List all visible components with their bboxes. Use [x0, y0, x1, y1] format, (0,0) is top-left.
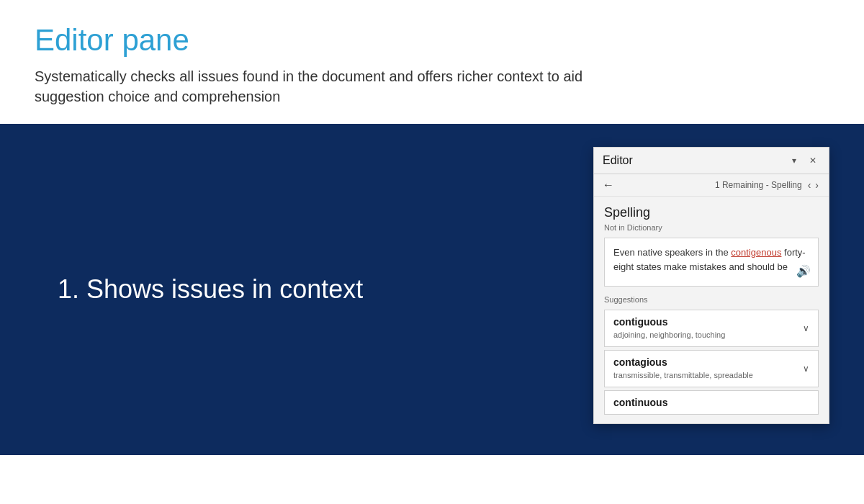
editor-panel: Editor ▾ ✕ ← 1 Remaining - Spelling ‹ › … [593, 147, 829, 424]
back-arrow-icon[interactable]: ← [603, 179, 614, 192]
audio-icon[interactable]: 🔊 [796, 263, 811, 280]
suggestion-synonyms-0: adjoining, neighboring, touching [613, 330, 725, 339]
context-box: Even native speakers in the contigenous … [604, 238, 819, 287]
nav-chevrons: ‹ › [806, 179, 820, 191]
not-in-dictionary-label: Not in Dictionary [604, 223, 819, 232]
top-section: Editor pane Systematically checks all is… [0, 0, 864, 124]
page-subtitle: Systematically checks all issues found i… [35, 66, 596, 107]
editor-header: Editor ▾ ✕ [594, 148, 829, 174]
suggestion-content-2: continuous [613, 397, 667, 408]
editor-nav: ← 1 Remaining - Spelling ‹ › [594, 174, 829, 197]
suggestion-word-2: continuous [613, 397, 667, 408]
page-title: Editor pane [35, 23, 829, 58]
nav-remaining-text: 1 Remaining - Spelling [715, 180, 802, 190]
editor-panel-title: Editor [603, 154, 633, 167]
suggestion-item-1[interactable]: contagious transmissible, transmittable,… [604, 350, 819, 387]
suggestion-item-0[interactable]: contiguous adjoining, neighboring, touch… [604, 310, 819, 347]
misspelled-word: contigenous [731, 247, 781, 258]
demo-label: 1. Shows issues in context [58, 274, 363, 305]
suggestion-content-0: contiguous adjoining, neighboring, touch… [613, 316, 725, 341]
next-chevron[interactable]: › [814, 179, 820, 191]
close-button[interactable]: ✕ [806, 153, 820, 168]
demo-section: 1. Shows issues in context Editor ▾ ✕ ← … [0, 124, 864, 455]
context-text-before: Even native speakers in the [613, 247, 731, 258]
nav-info: 1 Remaining - Spelling ‹ › [715, 179, 820, 191]
suggestion-expand-icon-0[interactable]: ∨ [803, 323, 809, 333]
editor-header-controls: ▾ ✕ [787, 153, 820, 168]
prev-chevron[interactable]: ‹ [806, 179, 813, 191]
suggestion-content-1: contagious transmissible, transmittable,… [613, 356, 753, 381]
suggestion-word-1: contagious [613, 356, 753, 368]
suggestion-word-0: contiguous [613, 316, 725, 328]
editor-body: Spelling Not in Dictionary Even native s… [594, 197, 829, 423]
suggestion-synonyms-1: transmissible, transmittable, spreadable [613, 371, 753, 379]
suggestions-label: Suggestions [604, 295, 819, 304]
spelling-heading: Spelling [604, 205, 819, 220]
dropdown-button[interactable]: ▾ [787, 153, 801, 168]
suggestion-item-2[interactable]: continuous [604, 390, 819, 415]
suggestion-expand-icon-1[interactable]: ∨ [803, 364, 809, 374]
